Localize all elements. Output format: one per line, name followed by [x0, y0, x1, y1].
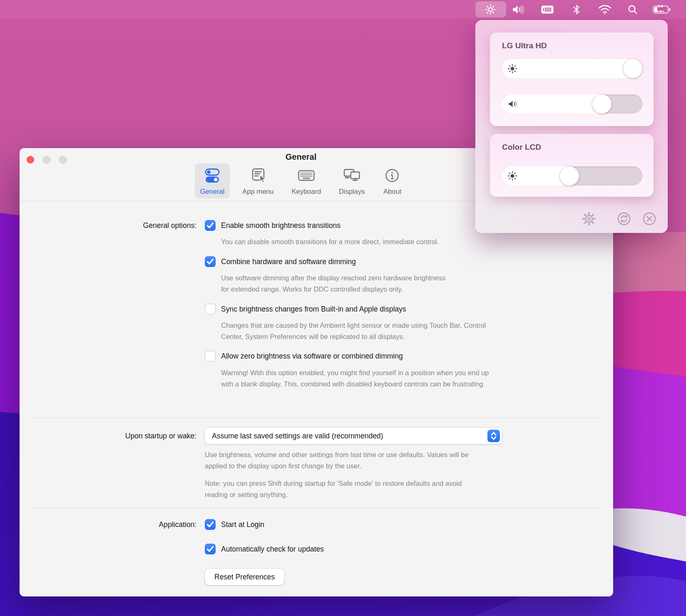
info-icon — [383, 166, 402, 187]
checkbox-label: Start at Login — [221, 520, 264, 529]
slider-knob[interactable] — [592, 94, 611, 114]
checkbox-label: Combine hardware and software dimming — [221, 257, 356, 266]
help-text: Use brightness, volume and other setting… — [205, 449, 600, 472]
checkbox-sync-brightness[interactable] — [205, 304, 216, 314]
popover-footer — [581, 210, 658, 227]
menubar-item-keyboard-brightness[interactable] — [540, 0, 555, 19]
dropdown-stepper-icon — [487, 430, 500, 442]
desktop: General General — [0, 0, 686, 616]
bluetooth-icon — [572, 4, 581, 15]
reset-preferences-button[interactable]: Reset Preferences — [205, 569, 284, 585]
tab-keyboard[interactable]: Keyboard — [286, 163, 326, 198]
battery-charging-icon — [653, 4, 671, 15]
slider-fill — [502, 59, 642, 78]
option-row: Sync brightness changes from Built-in an… — [205, 304, 600, 314]
tab-general[interactable]: General — [195, 163, 230, 198]
option-row: Automatically check for updates — [205, 544, 600, 554]
checkbox-auto-updates[interactable] — [205, 544, 216, 554]
volume-icon — [511, 3, 525, 16]
search-icon — [627, 4, 638, 15]
slider-knob[interactable] — [560, 166, 579, 186]
dropdown-value: Assume last saved settings are valid (re… — [212, 432, 383, 440]
menubar-item-wifi[interactable] — [597, 0, 612, 19]
option-row: Combine hardware and software dimming — [205, 256, 600, 267]
display-card-color-lcd: Color LCD — [490, 134, 654, 197]
menu-bar — [0, 0, 686, 19]
section-label: Upon startup or wake: — [32, 418, 205, 500]
tab-label: General — [200, 188, 225, 195]
help-text: You can disable smooth transitions for a… — [221, 236, 600, 247]
volume-icon — [507, 99, 518, 109]
option-row: Start at Login — [205, 519, 600, 530]
tab-displays[interactable]: Displays — [333, 163, 370, 198]
display-card-lg-ultra-hd: LG Ultra HD — [490, 32, 654, 126]
menubar-item-battery[interactable] — [652, 0, 672, 19]
section-divider — [32, 507, 600, 508]
help-text: Warning! With this option enabled, you m… — [221, 367, 600, 390]
app-menu-icon — [249, 166, 268, 187]
wifi-icon — [598, 4, 611, 15]
help-text: Use software dimming after the display r… — [221, 272, 600, 295]
tab-label: Keyboard — [291, 188, 321, 195]
startup-behavior-dropdown[interactable]: Assume last saved settings are valid (re… — [205, 428, 502, 444]
section-label: Application: — [32, 519, 205, 585]
menubar-item-bluetooth[interactable] — [569, 0, 584, 19]
settings-content: General options: Enable smooth brightnes… — [20, 201, 613, 596]
volume-slider[interactable] — [502, 94, 642, 114]
settings-gear-icon[interactable] — [581, 210, 597, 227]
note-text: Note: you can press Shift during startup… — [205, 478, 600, 500]
checkbox-label: Enable smooth brightness transitions — [221, 221, 341, 230]
startup-row: Upon startup or wake: Assume last saved … — [32, 418, 600, 500]
brightness-slider[interactable] — [502, 59, 642, 78]
brightness-icon — [485, 4, 496, 15]
display-name: LG Ultra HD — [502, 41, 547, 50]
brightness-icon — [507, 171, 517, 181]
menubar-item-brightness[interactable] — [483, 0, 498, 19]
refresh-icon[interactable] — [616, 210, 632, 227]
checkbox-smooth-transitions[interactable] — [205, 220, 216, 231]
tab-app-menu[interactable]: App menu — [237, 163, 279, 198]
checkbox-zero-brightness[interactable] — [205, 351, 216, 361]
brightness-slider[interactable] — [502, 166, 642, 186]
tab-about[interactable]: About — [377, 163, 407, 198]
checkbox-label: Automatically check for updates — [221, 545, 324, 554]
keyboard-brightness-icon — [541, 4, 554, 15]
toggles-icon — [203, 166, 222, 187]
tab-label: App menu — [242, 188, 273, 195]
tab-label: Displays — [339, 188, 365, 195]
application-row: Application: Start at Login Automaticall… — [32, 519, 600, 585]
option-row: Allow zero brightness via software or co… — [205, 351, 600, 361]
keyboard-icon — [297, 166, 316, 187]
checkbox-label: Sync brightness changes from Built-in an… — [221, 305, 406, 314]
menubar-item-search[interactable] — [625, 0, 640, 19]
checkbox-label: Allow zero brightness via software or co… — [221, 352, 403, 361]
menubar-item-volume[interactable] — [511, 0, 526, 19]
close-icon[interactable] — [641, 210, 658, 227]
slider-knob[interactable] — [623, 59, 642, 78]
help-text: Changes that are caused by the Ambient l… — [221, 320, 600, 342]
display-name: Color LCD — [502, 143, 541, 152]
checkbox-start-at-login[interactable] — [205, 519, 216, 530]
tab-label: About — [383, 188, 401, 195]
brightness-popover: LG Ultra HD — [475, 20, 668, 233]
displays-icon — [342, 166, 361, 187]
checkbox-combine-dimming[interactable] — [205, 256, 216, 267]
brightness-icon — [507, 64, 517, 74]
section-label: General options: — [32, 201, 205, 390]
